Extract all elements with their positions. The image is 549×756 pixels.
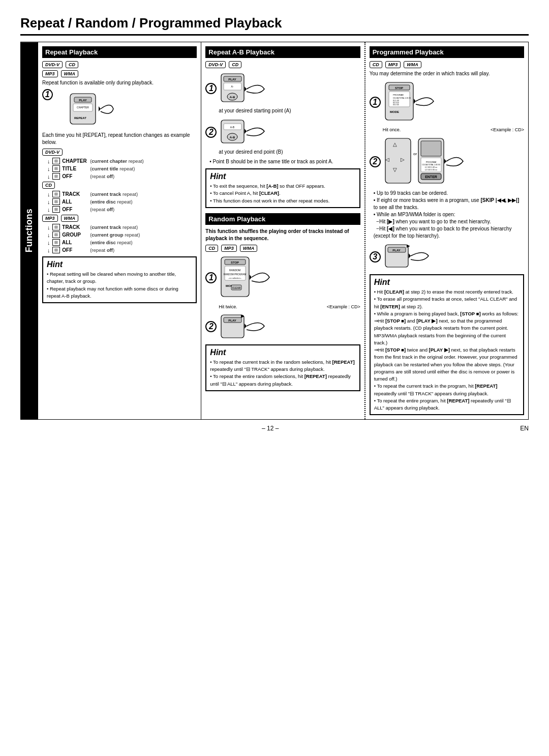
group-icon: ⊟ bbox=[52, 231, 60, 238]
repeat-track-cd-item: ↓ ⊟ TRACK (current track repeat) bbox=[42, 191, 197, 197]
track-mp3-desc: (current track repeat) bbox=[89, 224, 138, 230]
repeat-off-dvd-item: ↓ ⊟ OFF (repeat off) bbox=[42, 173, 197, 180]
all-mp3-label: ALL bbox=[61, 240, 89, 245]
all-mp3-desc: (entire disc repeat) bbox=[89, 240, 133, 245]
ab-dvd-icon: DVD-V bbox=[205, 61, 226, 68]
random-step1-num: 1 bbox=[205, 272, 217, 283]
off-dvd-desc: (repeat off) bbox=[89, 173, 115, 179]
ab-step2-diagram: A-B A-B bbox=[219, 118, 300, 147]
track-cd-desc: (current track repeat) bbox=[89, 191, 138, 197]
programmed-intro: You may determine the order in which tra… bbox=[370, 70, 524, 77]
all-mp3-icon: ⊟ bbox=[52, 239, 60, 246]
random-cd-icon: CD bbox=[205, 245, 218, 252]
ab-hint-box: Hint • To exit the sequence, hit [A-B] s… bbox=[205, 168, 360, 208]
repeat-all-mp3-item: ↓ ⊟ ALL (entire disc repeat) bbox=[42, 239, 197, 246]
mp3wma-disc-label: MP3 WMA bbox=[42, 215, 197, 222]
sidebar-functions-label: Functions bbox=[21, 42, 38, 419]
svg-text:STOP: STOP bbox=[231, 261, 239, 264]
repeat-track-mp3-item: ↓ ⊟ TRACK (current track repeat) bbox=[42, 224, 197, 230]
svg-text:A-B: A-B bbox=[230, 126, 235, 129]
random-hint-title: Hint bbox=[210, 348, 355, 357]
programmed-header: Programmed Playback bbox=[370, 46, 524, 58]
random-hit-twice: Hit twice. bbox=[219, 304, 237, 309]
repeat-step1-row: 1 PLAY CHAPTER REPEAT bbox=[42, 89, 197, 130]
programmed-disc-icons: CD MP3 WMA bbox=[370, 61, 524, 68]
group-label: GROUP bbox=[61, 232, 89, 238]
off-mp3-desc: (repeat off) bbox=[89, 247, 115, 253]
cd-sequence: ↓ ⊟ TRACK (current track repeat) ↓ ⊟ ALL… bbox=[42, 191, 197, 213]
svg-text:PROGRAM: PROGRAM bbox=[393, 94, 404, 96]
prog-hint-text: • Hit [CLEAR] at step 2) to erase the mo… bbox=[374, 288, 520, 412]
svg-text:▶: ▶ bbox=[407, 244, 410, 248]
off-dvd-label: OFF bbox=[61, 173, 89, 179]
svg-marker-36 bbox=[245, 324, 247, 329]
title-icon: ⊟ bbox=[52, 165, 60, 172]
repeat-group-item: ↓ ⊟ GROUP (current group repeat) bbox=[42, 231, 197, 238]
prog-example-cd: <Example : CD> bbox=[491, 127, 524, 132]
repeat-off-cd-item: ↓ ⊟ OFF (repeat off) bbox=[42, 206, 197, 213]
footer-lang: EN bbox=[520, 425, 529, 432]
wma-icon-1: WMA bbox=[61, 70, 79, 77]
svg-rect-55 bbox=[421, 141, 441, 156]
repeat-step1-diagram: PLAY CHAPTER REPEAT bbox=[55, 91, 197, 128]
all-cd-icon: ⊟ bbox=[52, 198, 60, 205]
footer-page-num: – 12 – bbox=[262, 425, 279, 432]
wma-seq-icon: WMA bbox=[61, 215, 79, 222]
dvdv-sequence: ↓ ⊟ CHAPTER (current chapter repeat) ↓ ⊟… bbox=[42, 158, 197, 180]
prog-step2-num: 2 bbox=[370, 156, 381, 167]
prog-step3-diagram: PLAY ▶ bbox=[383, 242, 454, 271]
random-wma-icon: WMA bbox=[240, 245, 258, 252]
cd-seq-icon: CD bbox=[42, 182, 55, 189]
title-label: TITLE bbox=[61, 166, 89, 171]
svg-text:A-B: A-B bbox=[230, 136, 235, 139]
prog-step3-row: 3 PLAY ▶ bbox=[370, 242, 524, 271]
mp3-seq-icon: MP3 bbox=[42, 215, 58, 222]
off-cd-label: OFF bbox=[61, 207, 89, 212]
off-cd-icon: ⊟ bbox=[52, 206, 60, 213]
ab-step1-diagram: PLAY A- A-B bbox=[219, 71, 300, 105]
svg-text:REPEAT: REPEAT bbox=[74, 117, 86, 120]
svg-text:RANDOM: RANDOM bbox=[229, 269, 240, 272]
off-mp3-icon: ⊟ bbox=[52, 247, 60, 253]
step1-num: 1 bbox=[42, 89, 53, 100]
svg-marker-6 bbox=[99, 106, 101, 111]
ab-step2-row: 2 A-B A-B bbox=[205, 118, 360, 147]
random-desc: This function shuffles the playing order… bbox=[205, 228, 360, 242]
svg-marker-47 bbox=[414, 99, 416, 104]
title-desc: (current title repeat) bbox=[89, 166, 135, 171]
all-cd-desc: (entire disc repeat) bbox=[89, 199, 133, 205]
svg-text:PLAY: PLAY bbox=[392, 249, 400, 252]
svg-text:STOP: STOP bbox=[395, 86, 403, 90]
prog-up-to-99: Up to 99 tracks can be ordered. bbox=[377, 190, 448, 196]
ab-cd-icon: CD bbox=[229, 61, 241, 68]
svg-text:PLAY: PLAY bbox=[229, 78, 236, 81]
random-hint-box: Hint • To repeat the current track in th… bbox=[205, 344, 360, 391]
svg-marker-20 bbox=[245, 129, 247, 134]
svg-marker-31 bbox=[250, 275, 252, 280]
off-mp3-label: OFF bbox=[61, 247, 89, 253]
page-footer: – 12 – EN bbox=[20, 425, 529, 432]
repeat-disc-icons-2: MP3 WMA bbox=[42, 70, 197, 77]
off-cd-desc: (repeat off) bbox=[89, 207, 115, 212]
prog-step1-row: 1 STOP PROGRAM CD-DA TOTAL 1:35 95 01 1:… bbox=[370, 80, 524, 124]
track-cd-icon: ⊟ bbox=[52, 191, 60, 197]
prog-mp3-icon: MP3 bbox=[385, 61, 401, 68]
ab-step1-num: 1 bbox=[205, 83, 217, 94]
random-captions: Hit twice. <Example : CD> bbox=[219, 303, 360, 310]
random-step2-num: 2 bbox=[205, 321, 217, 332]
prog-step2-diagram: △ ◁ ▷ ▽ or PROGRAM CD-DA TOTAL 1:93 bbox=[383, 136, 484, 188]
prog-step3-num: 3 bbox=[370, 251, 381, 263]
group-desc: (current group repeat) bbox=[89, 232, 140, 238]
random-hint-text: • To repeat the current track in the ran… bbox=[210, 359, 355, 388]
prog-hint-title: Hint bbox=[374, 278, 520, 287]
mp3-icon-1: MP3 bbox=[42, 70, 58, 77]
svg-text:or: or bbox=[413, 152, 417, 156]
svg-text:ENTER: ENTER bbox=[425, 175, 437, 179]
ab-step1-text: at your desired starting point (A) bbox=[219, 107, 360, 114]
programmed-col: Programmed Playback CD MP3 WMA You may d… bbox=[365, 42, 528, 419]
svg-text:CD-DA  TOTAL 1:35 95: CD-DA TOTAL 1:35 95 bbox=[393, 97, 411, 99]
dvd-icon: DVD-V bbox=[42, 61, 63, 68]
prog-hit-once: Hit once. bbox=[383, 127, 401, 132]
random-step1-diagram: STOP RANDOM RANDOM PROGRAM --no selectio… bbox=[219, 254, 310, 301]
svg-text:PLAY: PLAY bbox=[79, 99, 86, 102]
